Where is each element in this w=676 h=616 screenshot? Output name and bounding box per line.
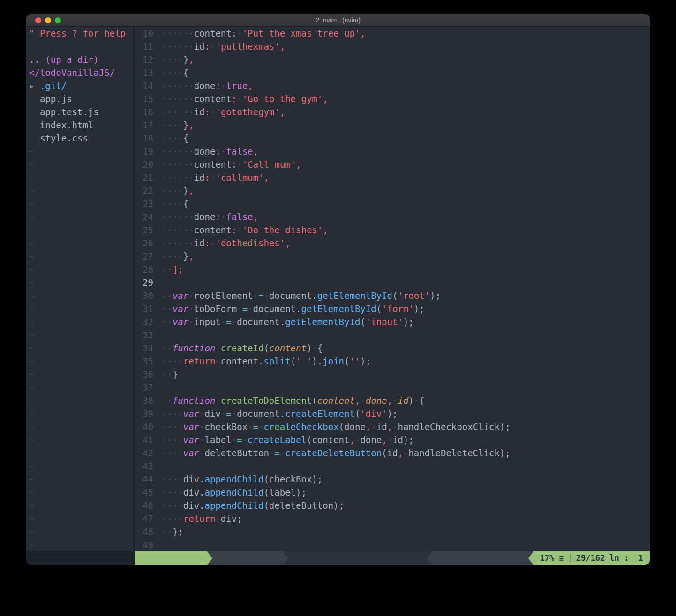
fullscreen-button[interactable] xyxy=(55,17,61,23)
code-text: ··} xyxy=(162,369,178,379)
code-line[interactable]: 11······id:·'putthexmas', xyxy=(135,40,650,53)
token-red: , xyxy=(349,435,354,445)
line-number: 27 xyxy=(135,250,153,263)
minimize-button[interactable] xyxy=(45,17,51,23)
code-line[interactable]: 22····}, xyxy=(135,184,650,197)
tilde-marker: ~ xyxy=(29,500,34,511)
token-red: ]; xyxy=(173,264,183,275)
code-text: ······id:·'callmum', xyxy=(162,172,269,183)
code-line[interactable]: 40····var·checkBox·=·createCheckbox(done… xyxy=(135,420,650,433)
code-line[interactable]: 18····{ xyxy=(135,132,650,145)
token-call: createLabel xyxy=(248,435,307,445)
token-str: ' ' xyxy=(296,356,312,366)
code-line[interactable]: 24······done:·false, xyxy=(135,210,650,223)
nerdtree-statusline: </todoVanillaJS xyxy=(26,551,135,565)
code-line[interactable]: 21······id:·'callmum', xyxy=(135,171,650,184)
token-red: , xyxy=(296,159,301,170)
code-line[interactable]: 17····}, xyxy=(135,119,650,132)
token-red: : xyxy=(205,172,210,183)
file-tree[interactable]: " Press ? for help.. (up a dir)</todoVan… xyxy=(26,27,133,551)
line-number: 12 xyxy=(135,53,153,66)
token-fg: { xyxy=(317,343,323,353)
code-line[interactable]: 33 xyxy=(135,328,650,341)
code-line[interactable]: 26······id:·'dothedishes', xyxy=(135,237,650,250)
code-line[interactable]: 35····return·content.split(' ').join('')… xyxy=(135,355,650,368)
tree-file-app-js[interactable]: app.js xyxy=(29,92,133,105)
code-line[interactable]: 39····var·div·=·document.createElement('… xyxy=(135,407,650,420)
code-line[interactable]: 44····div.appendChild(checkBox); xyxy=(135,473,650,486)
tree-file-app-test-js[interactable]: app.test.js xyxy=(29,105,133,119)
code-line[interactable]: 38··function·createToDoElement(content,·… xyxy=(135,394,650,407)
code-line[interactable]: 27····}, xyxy=(135,250,650,263)
tree-file-style-css[interactable]: style.css xyxy=(29,132,133,145)
code-line[interactable]: 36··} xyxy=(135,368,650,381)
token-str: 'Call mum' xyxy=(242,159,296,170)
powerline-separator-icon xyxy=(283,551,288,565)
code-line[interactable]: 46····div.appendChild(deleteButton); xyxy=(135,499,650,512)
code-line[interactable]: 32··var·input·=·document.getElementById(… xyxy=(135,315,650,328)
empty-line-tilde: ~ xyxy=(29,145,133,158)
tree-item-label: " Press ? for help xyxy=(29,28,126,38)
code-line[interactable]: 19······done:·false, xyxy=(135,145,650,158)
token-red: , xyxy=(355,395,360,406)
token-op: = xyxy=(242,304,248,314)
code-line[interactable]: 45····div.appendChild(label); xyxy=(135,486,650,499)
code-line[interactable]: 48··}; xyxy=(135,525,650,538)
code-line[interactable]: 20······content:·'Call mum', xyxy=(135,158,650,171)
code-line[interactable]: 34··function·createId(content)·{ xyxy=(135,341,650,355)
token-fg: ); xyxy=(387,408,398,419)
tilde-marker: ~ xyxy=(29,527,34,537)
code-line[interactable]: 25······content:·'Do the dishes', xyxy=(135,223,650,237)
code-line[interactable]: 12····}, xyxy=(135,53,650,66)
token-red: , xyxy=(387,395,392,406)
code-line[interactable]: 41····var·label·=·createLabel(content,·d… xyxy=(135,433,650,446)
code-line[interactable]: 13····{ xyxy=(135,66,650,79)
tilde-marker: ~ xyxy=(29,304,34,314)
empty-line-tilde: ~ xyxy=(29,499,133,512)
line-number: 28 xyxy=(135,263,153,276)
line-number: 43 xyxy=(135,460,153,473)
tilde-marker: ~ xyxy=(29,382,34,393)
token-red: : xyxy=(232,225,237,235)
token-kw: var xyxy=(183,422,199,432)
code-line[interactable]: 14······done:·true, xyxy=(135,79,650,92)
tree-root[interactable]: </todoVanillaJS/ xyxy=(29,66,133,79)
token-fg: document. xyxy=(237,408,285,419)
token-fg: toDoForm xyxy=(194,304,237,314)
titlebar[interactable]: 2. nvim . (nvim) xyxy=(26,14,650,27)
code-line[interactable]: 15······content:·'Go to the gym', xyxy=(135,92,650,105)
tree-up-dir[interactable]: .. (up a dir) xyxy=(29,53,133,66)
traffic-lights xyxy=(35,14,61,26)
collapsed-chevron-icon[interactable]: ▸ xyxy=(29,81,40,91)
token-fg: ); xyxy=(430,290,441,301)
code-line[interactable]: 49 xyxy=(135,538,650,551)
code-line-current[interactable]: 29 xyxy=(135,276,650,289)
close-button[interactable] xyxy=(35,17,41,23)
code-line[interactable]: 10······content:·'Put the xmas tree up', xyxy=(135,27,650,40)
code-text: ······id:·'putthexmas', xyxy=(162,41,285,52)
whitespace-dots: ···· xyxy=(162,422,183,432)
line-number: 48 xyxy=(135,525,153,538)
code-line[interactable]: 23····{ xyxy=(135,197,650,210)
code-line[interactable]: 43 xyxy=(135,460,650,473)
token-fg: ( xyxy=(392,290,398,301)
tree-file-index-html[interactable]: index.html xyxy=(29,119,133,132)
token-kw: var xyxy=(173,317,188,327)
token-fg: (deleteButton); xyxy=(263,500,344,511)
code-line[interactable]: 28··]; xyxy=(135,263,650,276)
editor-buffer[interactable]: 10······content:·'Put the xmas tree up',… xyxy=(135,27,650,551)
code-line[interactable]: 31··var·toDoForm·=·document.getElementBy… xyxy=(135,302,650,315)
code-line[interactable]: 16······id:·'gotothegym', xyxy=(135,105,650,119)
code-line[interactable]: 37 xyxy=(135,381,650,394)
whitespace-dots: · xyxy=(221,146,226,156)
tree-dir-git[interactable]: ▸ .git/ xyxy=(29,79,133,92)
line-number: 18 xyxy=(135,132,153,145)
code-line[interactable]: 42····var·deleteButton·=·createDeleteBut… xyxy=(135,446,650,460)
code-line[interactable]: 30··var·rootElement·=·document.getElemen… xyxy=(135,289,650,302)
empty-line-tilde: ~ xyxy=(29,525,133,538)
line-number: 17 xyxy=(135,119,153,132)
code-line[interactable]: 47····return·div; xyxy=(135,512,650,525)
tree-item-label: .git/ xyxy=(40,81,67,91)
token-fg: ); xyxy=(360,356,371,366)
token-red: , xyxy=(382,435,387,445)
